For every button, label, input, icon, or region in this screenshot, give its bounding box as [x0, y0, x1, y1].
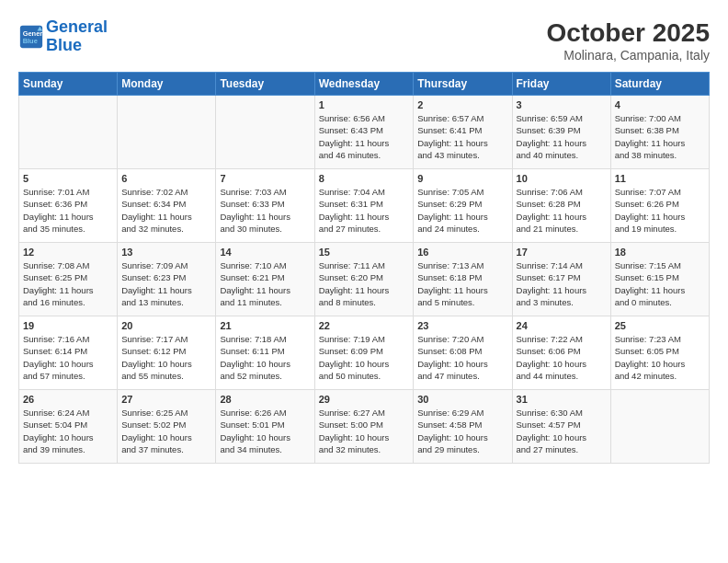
logo-icon: General Blue [18, 24, 44, 50]
day-info: Sunrise: 7:15 AM Sunset: 6:15 PM Dayligh… [615, 259, 705, 308]
day-number: 31 [517, 394, 607, 405]
calendar-cell: 1Sunrise: 6:56 AM Sunset: 6:43 PM Daylig… [314, 96, 414, 169]
day-info: Sunrise: 7:05 AM Sunset: 6:29 PM Dayligh… [417, 186, 507, 235]
day-number: 29 [319, 394, 410, 405]
day-number: 28 [220, 394, 310, 405]
day-number: 3 [517, 99, 607, 110]
calendar-cell: 20Sunrise: 7:17 AM Sunset: 6:12 PM Dayli… [118, 316, 216, 390]
day-number: 24 [517, 320, 607, 331]
day-number: 8 [319, 173, 410, 184]
calendar-week-row: 12Sunrise: 7:08 AM Sunset: 6:25 PM Dayli… [19, 243, 710, 316]
calendar-table: SundayMondayTuesdayWednesdayThursdayFrid… [18, 72, 710, 464]
day-number: 12 [23, 247, 113, 258]
day-info: Sunrise: 7:22 AM Sunset: 6:06 PM Dayligh… [517, 333, 607, 382]
day-info: Sunrise: 6:30 AM Sunset: 4:57 PM Dayligh… [517, 407, 607, 455]
day-info: Sunrise: 7:07 AM Sunset: 6:26 PM Dayligh… [615, 186, 705, 235]
day-number: 17 [517, 247, 607, 258]
day-number: 10 [517, 173, 607, 184]
day-number: 11 [615, 173, 705, 184]
day-info: Sunrise: 6:27 AM Sunset: 5:00 PM Dayligh… [319, 407, 410, 455]
weekday-row: SundayMondayTuesdayWednesdayThursdayFrid… [19, 73, 710, 96]
day-info: Sunrise: 7:02 AM Sunset: 6:34 PM Dayligh… [121, 186, 211, 235]
calendar-cell: 12Sunrise: 7:08 AM Sunset: 6:25 PM Dayli… [19, 243, 118, 316]
day-info: Sunrise: 7:17 AM Sunset: 6:12 PM Dayligh… [121, 333, 211, 382]
calendar-cell: 28Sunrise: 6:26 AM Sunset: 5:01 PM Dayli… [216, 390, 314, 464]
calendar-week-row: 1Sunrise: 6:56 AM Sunset: 6:43 PM Daylig… [19, 96, 710, 169]
day-number: 15 [319, 247, 410, 258]
day-number: 23 [417, 320, 507, 331]
calendar-cell: 11Sunrise: 7:07 AM Sunset: 6:26 PM Dayli… [610, 169, 709, 243]
day-number: 21 [220, 320, 310, 331]
page-header: General Blue General Blue October 2025 M… [18, 18, 710, 63]
day-info: Sunrise: 6:25 AM Sunset: 5:02 PM Dayligh… [121, 407, 211, 455]
location: Molinara, Campania, Italy [547, 48, 710, 63]
calendar-cell: 24Sunrise: 7:22 AM Sunset: 6:06 PM Dayli… [512, 316, 610, 390]
day-number: 25 [615, 320, 705, 331]
calendar-cell: 13Sunrise: 7:09 AM Sunset: 6:23 PM Dayli… [118, 243, 216, 316]
day-info: Sunrise: 7:04 AM Sunset: 6:31 PM Dayligh… [319, 186, 410, 235]
calendar-cell: 31Sunrise: 6:30 AM Sunset: 4:57 PM Dayli… [512, 390, 610, 464]
day-info: Sunrise: 7:14 AM Sunset: 6:17 PM Dayligh… [517, 259, 607, 308]
day-number: 4 [615, 99, 705, 110]
day-number: 5 [23, 173, 113, 184]
calendar-cell: 2Sunrise: 6:57 AM Sunset: 6:41 PM Daylig… [414, 96, 512, 169]
day-number: 7 [220, 173, 310, 184]
calendar-cell: 4Sunrise: 7:00 AM Sunset: 6:38 PM Daylig… [610, 96, 709, 169]
calendar-cell: 9Sunrise: 7:05 AM Sunset: 6:29 PM Daylig… [414, 169, 512, 243]
calendar-header: SundayMondayTuesdayWednesdayThursdayFrid… [19, 73, 710, 96]
calendar-cell: 17Sunrise: 7:14 AM Sunset: 6:17 PM Dayli… [512, 243, 610, 316]
day-number: 27 [121, 394, 211, 405]
calendar-cell: 22Sunrise: 7:19 AM Sunset: 6:09 PM Dayli… [314, 316, 414, 390]
day-number: 1 [319, 99, 410, 110]
calendar-week-row: 5Sunrise: 7:01 AM Sunset: 6:36 PM Daylig… [19, 169, 710, 243]
day-info: Sunrise: 7:03 AM Sunset: 6:33 PM Dayligh… [220, 186, 310, 235]
calendar-cell: 3Sunrise: 6:59 AM Sunset: 6:39 PM Daylig… [512, 96, 610, 169]
calendar-body: 1Sunrise: 6:56 AM Sunset: 6:43 PM Daylig… [19, 96, 710, 464]
calendar-cell: 5Sunrise: 7:01 AM Sunset: 6:36 PM Daylig… [19, 169, 118, 243]
day-number: 6 [121, 173, 211, 184]
weekday-header-tuesday: Tuesday [216, 73, 314, 96]
day-info: Sunrise: 7:16 AM Sunset: 6:14 PM Dayligh… [23, 333, 113, 382]
calendar-cell [19, 96, 118, 169]
day-info: Sunrise: 6:56 AM Sunset: 6:43 PM Dayligh… [319, 112, 410, 161]
calendar-cell: 27Sunrise: 6:25 AM Sunset: 5:02 PM Dayli… [118, 390, 216, 464]
calendar-cell: 21Sunrise: 7:18 AM Sunset: 6:11 PM Dayli… [216, 316, 314, 390]
day-number: 14 [220, 247, 310, 258]
calendar-cell: 25Sunrise: 7:23 AM Sunset: 6:05 PM Dayli… [610, 316, 709, 390]
day-info: Sunrise: 6:57 AM Sunset: 6:41 PM Dayligh… [417, 112, 507, 161]
calendar-week-row: 26Sunrise: 6:24 AM Sunset: 5:04 PM Dayli… [19, 390, 710, 464]
day-number: 19 [23, 320, 113, 331]
day-info: Sunrise: 6:26 AM Sunset: 5:01 PM Dayligh… [220, 407, 310, 455]
day-info: Sunrise: 7:23 AM Sunset: 6:05 PM Dayligh… [615, 333, 705, 382]
day-info: Sunrise: 7:11 AM Sunset: 6:20 PM Dayligh… [319, 259, 410, 308]
calendar-cell [610, 390, 709, 464]
day-number: 18 [615, 247, 705, 258]
day-number: 26 [23, 394, 113, 405]
day-info: Sunrise: 7:08 AM Sunset: 6:25 PM Dayligh… [23, 259, 113, 308]
day-info: Sunrise: 7:20 AM Sunset: 6:08 PM Dayligh… [417, 333, 507, 382]
day-info: Sunrise: 6:29 AM Sunset: 4:58 PM Dayligh… [417, 407, 507, 455]
calendar-cell: 8Sunrise: 7:04 AM Sunset: 6:31 PM Daylig… [314, 169, 414, 243]
day-info: Sunrise: 7:18 AM Sunset: 6:11 PM Dayligh… [220, 333, 310, 382]
weekday-header-saturday: Saturday [610, 73, 709, 96]
day-number: 22 [319, 320, 410, 331]
day-info: Sunrise: 7:06 AM Sunset: 6:28 PM Dayligh… [517, 186, 607, 235]
calendar-week-row: 19Sunrise: 7:16 AM Sunset: 6:14 PM Dayli… [19, 316, 710, 390]
calendar-cell: 15Sunrise: 7:11 AM Sunset: 6:20 PM Dayli… [314, 243, 414, 316]
weekday-header-sunday: Sunday [19, 73, 118, 96]
calendar-cell: 14Sunrise: 7:10 AM Sunset: 6:21 PM Dayli… [216, 243, 314, 316]
day-number: 30 [417, 394, 507, 405]
logo-text: General Blue [46, 18, 108, 55]
calendar-cell: 6Sunrise: 7:02 AM Sunset: 6:34 PM Daylig… [118, 169, 216, 243]
logo: General Blue General Blue [18, 18, 108, 55]
calendar-cell [118, 96, 216, 169]
calendar-cell: 18Sunrise: 7:15 AM Sunset: 6:15 PM Dayli… [610, 243, 709, 316]
day-info: Sunrise: 6:59 AM Sunset: 6:39 PM Dayligh… [517, 112, 607, 161]
day-number: 9 [417, 173, 507, 184]
calendar-cell: 26Sunrise: 6:24 AM Sunset: 5:04 PM Dayli… [19, 390, 118, 464]
svg-text:Blue: Blue [23, 37, 38, 45]
day-info: Sunrise: 7:19 AM Sunset: 6:09 PM Dayligh… [319, 333, 410, 382]
day-info: Sunrise: 7:13 AM Sunset: 6:18 PM Dayligh… [417, 259, 507, 308]
calendar-cell: 19Sunrise: 7:16 AM Sunset: 6:14 PM Dayli… [19, 316, 118, 390]
day-number: 20 [121, 320, 211, 331]
